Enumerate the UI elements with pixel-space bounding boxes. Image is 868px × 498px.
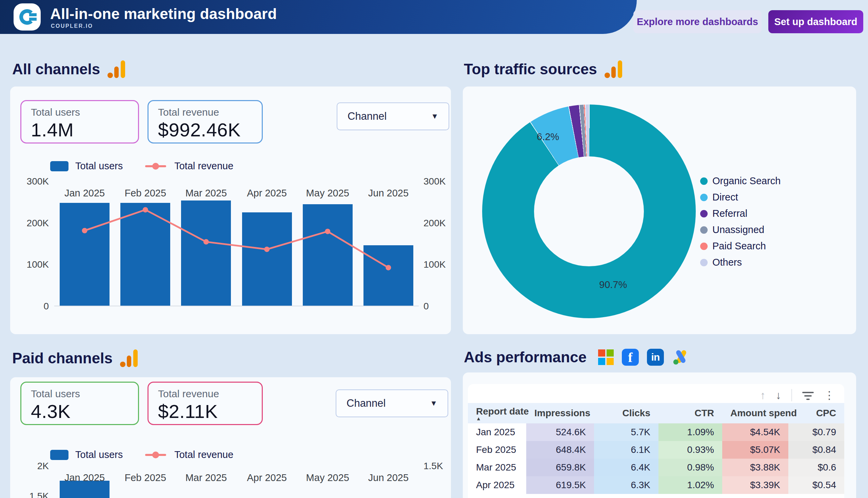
column-header-report-date[interactable]: Report date ▲ [468, 403, 526, 423]
chevron-down-icon: ▼ [430, 399, 437, 408]
facebook-icon: f [622, 349, 639, 366]
stat-label: Total users [31, 388, 129, 399]
y-axis-right: 300K200K100K0 [419, 182, 451, 306]
line-legend-label[interactable]: Total revenue [174, 449, 233, 460]
cell-value: 0.98% [658, 459, 722, 476]
cell-value: $4.54K [722, 423, 788, 441]
ads-table-card: ↑ ↓ ⋮ Report date ▲ Impressions Clicks C [468, 384, 844, 498]
explore-dashboards-button[interactable]: Explore more dashboards [633, 10, 762, 33]
combo-chart-legend: Total users Total revenue [50, 449, 233, 460]
line-point [325, 228, 330, 234]
axis-tick-label: 300K [27, 176, 49, 187]
paid-channels-header: Paid channels [12, 350, 138, 367]
table-row: Feb 2025648.4K6.1K0.93%$5.07K$0.84 [468, 441, 844, 459]
top-traffic-panel: 6.2% 90.7% Organic SearchDirectReferralU… [463, 87, 856, 334]
sort-up-icon[interactable]: ↑ [760, 390, 765, 401]
legend-item-unassigned[interactable]: Unassigned [700, 224, 781, 235]
column-header-clicks[interactable]: Clicks [594, 403, 658, 423]
line-legend-label[interactable]: Total revenue [174, 160, 233, 172]
axis-tick-label: 1.5K [424, 461, 443, 472]
cell-report-date: Jan 2025 [468, 423, 526, 441]
channel-filter-dropdown[interactable]: Channel ▼ [337, 103, 449, 130]
column-header-amount-spend[interactable]: Amount spend [722, 403, 788, 423]
all-channels-header: All channels [12, 61, 125, 78]
cell-value: 659.8K [526, 459, 594, 476]
cell-value: 648.4K [526, 441, 594, 459]
axis-tick-label: 200K [424, 218, 445, 228]
ads-platform-icons: f in [598, 348, 690, 366]
x-axis-label: Jun 2025 [358, 472, 419, 483]
x-axis-label: Jun 2025 [358, 187, 419, 199]
stat-value: 4.3K [31, 400, 129, 422]
paid-users-revenue-combo-chart: 2K1.5K1K0.5K0 1.5K Jan 2025Feb 2025Mar 2… [17, 466, 451, 498]
column-header-impressions[interactable]: Impressions [526, 403, 594, 423]
ads-performance-table: Report date ▲ Impressions Clicks CTR Amo… [468, 403, 844, 494]
cell-value: 6.4K [594, 459, 658, 476]
legend-item-referral[interactable]: Referral [700, 208, 781, 219]
legend-dot [700, 194, 708, 201]
line-point [386, 265, 391, 270]
paid-channels-title: Paid channels [12, 350, 112, 367]
y-axis-left: 2K1.5K1K0.5K0 [17, 466, 54, 498]
toolbar-divider [791, 389, 792, 401]
line-point [82, 228, 88, 233]
google-analytics-icon [604, 61, 622, 78]
x-axis-label: Feb 2025 [115, 187, 176, 199]
linkedin-icon: in [647, 349, 664, 366]
legend-item-organic-search[interactable]: Organic Search [700, 175, 781, 187]
legend-label: Paid Search [712, 240, 766, 252]
x-axis-label: Mar 2025 [176, 187, 236, 199]
axis-tick-label: 100K [424, 259, 445, 270]
cell-value: $5.07K [722, 441, 788, 459]
table-header-row: Report date ▲ Impressions Clicks CTR Amo… [468, 403, 844, 423]
axis-tick-label: 200K [27, 218, 49, 228]
filter-icon[interactable] [802, 391, 814, 400]
setup-dashboard-button[interactable]: Set up dashboard [768, 10, 863, 33]
line-point [203, 239, 209, 245]
legend-label: Direct [712, 192, 738, 203]
bar-legend-swatch[interactable] [50, 161, 68, 171]
kebab-menu-icon[interactable]: ⋮ [824, 390, 835, 401]
legend-dot [700, 243, 708, 250]
bar-legend-label[interactable]: Total users [75, 449, 123, 460]
bar-legend-label[interactable]: Total users [75, 160, 123, 172]
x-axis-label: Feb 2025 [115, 472, 176, 483]
bar-legend-swatch[interactable] [50, 450, 68, 460]
table-row: Jan 2025524.6K5.7K1.09%$4.54K$0.79 [468, 423, 844, 441]
cell-value: 6.3K [594, 476, 658, 494]
cell-value: 619.5K [526, 476, 594, 494]
cell-value: 1.09% [658, 423, 722, 441]
y-axis-right: 1.5K [419, 466, 451, 498]
cell-value: $0.54 [788, 476, 844, 494]
direct-slice-label: 6.2% [537, 131, 559, 143]
stat-value: 1.4M [31, 119, 129, 141]
table-row: Mar 2025659.8K6.4K0.98%$3.88K$0.6 [468, 459, 844, 476]
line-legend-swatch[interactable] [145, 165, 166, 167]
y-axis-left: 300K200K100K0 [17, 182, 54, 306]
paid-channels-panel: Total users 4.3K Total revenue $2.11K Ch… [10, 377, 451, 498]
table-toolbar: ↑ ↓ ⋮ [468, 384, 844, 403]
coupler-logo [14, 3, 41, 30]
legend-item-others[interactable]: Others [700, 257, 781, 268]
axis-tick-label: 0 [43, 301, 49, 312]
sort-down-icon[interactable]: ↓ [776, 390, 781, 401]
axis-tick-label: 1.5K [29, 491, 49, 498]
table-row: Apr 2025619.5K6.3K1.02%$3.39K$0.54 [468, 476, 844, 494]
legend-item-direct[interactable]: Direct [700, 192, 781, 203]
line-legend-swatch[interactable] [145, 454, 166, 456]
column-header-ctr[interactable]: CTR [658, 403, 722, 423]
cell-value: $0.6 [788, 459, 844, 476]
google-analytics-icon [107, 61, 125, 78]
legend-label: Organic Search [712, 175, 781, 187]
channel-filter-dropdown[interactable]: Channel ▼ [336, 390, 448, 417]
x-axis-labels: Jan 2025Feb 2025Mar 2025Apr 2025May 2025… [54, 472, 419, 483]
line-point [264, 247, 269, 252]
all-channels-panel: Total users 1.4M Total revenue $992.46K … [10, 87, 451, 334]
x-axis-label: May 2025 [297, 187, 358, 199]
cell-report-date: Feb 2025 [468, 441, 526, 459]
legend-dot [700, 210, 708, 218]
legend-item-paid-search[interactable]: Paid Search [700, 240, 781, 252]
combo-chart-legend: Total users Total revenue [50, 160, 233, 172]
all-channels-title: All channels [12, 61, 100, 78]
donut-hole [534, 156, 644, 266]
